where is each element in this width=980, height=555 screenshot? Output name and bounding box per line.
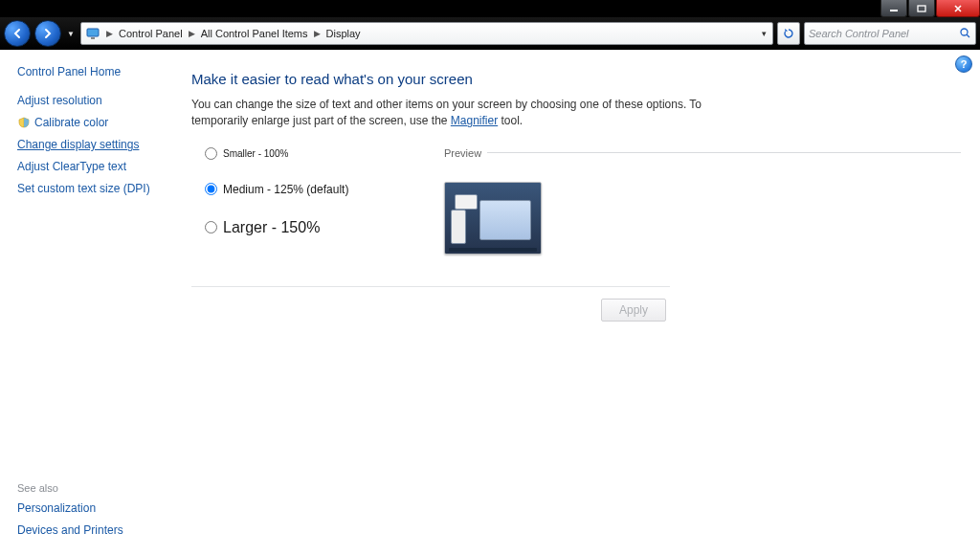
preview-thumbnail xyxy=(444,182,542,255)
sidebar-link-change-display-settings[interactable]: Change display settings xyxy=(17,138,168,151)
window-titlebar xyxy=(0,0,980,17)
radio-smaller-input[interactable] xyxy=(205,147,217,160)
breadcrumb-sep-icon: ▶ xyxy=(312,29,323,38)
see-also-header: See also xyxy=(17,482,168,494)
maximize-button[interactable] xyxy=(908,0,935,17)
search-placeholder: Search Control Panel xyxy=(809,28,909,39)
radio-larger-label: Larger - 150% xyxy=(223,219,320,236)
sidebar: Control Panel Home Adjust resolution Cal… xyxy=(0,50,178,555)
radio-medium-input[interactable] xyxy=(205,183,217,195)
breadcrumb-sep-icon: ▶ xyxy=(187,29,197,38)
refresh-button[interactable] xyxy=(777,22,800,45)
see-also-devices-printers[interactable]: Devices and Printers xyxy=(17,523,168,537)
breadcrumb-sep-icon: ▶ xyxy=(104,29,115,38)
svg-rect-0 xyxy=(890,10,898,11)
size-options: Smaller - 100% Medium - 125% (default) L… xyxy=(191,147,444,259)
svg-point-4 xyxy=(961,29,968,35)
shield-icon xyxy=(17,116,31,129)
breadcrumb-item[interactable]: All Control Panel Items xyxy=(197,23,312,44)
control-panel-home-link[interactable]: Control Panel Home xyxy=(17,65,168,78)
radio-larger-input[interactable] xyxy=(205,221,217,233)
navigation-bar: ▼ ▶ Control Panel ▶ All Control Panel It… xyxy=(0,17,980,50)
svg-rect-1 xyxy=(918,6,925,11)
monitor-icon xyxy=(85,26,100,41)
radio-medium-label: Medium - 125% (default) xyxy=(223,183,348,196)
page-description: You can change the size of text and othe… xyxy=(191,97,727,130)
content-area: ? Make it easier to read what's on your … xyxy=(178,50,980,555)
address-dropdown-icon[interactable]: ▾ xyxy=(755,24,772,43)
minimize-button[interactable] xyxy=(880,0,907,17)
forward-button[interactable] xyxy=(34,20,61,47)
magnifier-link[interactable]: Magnifier xyxy=(451,114,498,127)
radio-smaller-label: Smaller - 100% xyxy=(223,148,288,159)
sidebar-link-adjust-resolution[interactable]: Adjust resolution xyxy=(17,94,168,107)
page-heading: Make it easier to read what's on your sc… xyxy=(191,71,961,87)
history-dropdown[interactable]: ▼ xyxy=(65,23,77,44)
breadcrumb-item[interactable]: Display xyxy=(323,23,365,44)
divider xyxy=(191,286,670,287)
svg-line-5 xyxy=(967,34,969,37)
radio-medium[interactable]: Medium - 125% (default) xyxy=(205,183,444,196)
search-icon xyxy=(959,27,971,41)
preview-label: Preview xyxy=(444,147,961,159)
sidebar-link-set-custom-text-size[interactable]: Set custom text size (DPI) xyxy=(17,182,168,195)
close-button[interactable] xyxy=(936,0,980,17)
back-button[interactable] xyxy=(4,20,31,47)
apply-button[interactable]: Apply xyxy=(601,299,666,322)
svg-rect-2 xyxy=(87,29,99,36)
radio-smaller[interactable]: Smaller - 100% xyxy=(205,147,444,160)
search-input[interactable]: Search Control Panel xyxy=(804,22,976,45)
address-bar[interactable]: ▶ Control Panel ▶ All Control Panel Item… xyxy=(80,22,773,45)
breadcrumb-item[interactable]: Control Panel xyxy=(115,23,187,44)
svg-rect-3 xyxy=(91,37,95,39)
radio-larger[interactable]: Larger - 150% xyxy=(205,219,444,236)
sidebar-link-calibrate-color[interactable]: Calibrate color xyxy=(17,116,168,129)
help-icon[interactable]: ? xyxy=(955,56,972,73)
see-also-personalization[interactable]: Personalization xyxy=(17,501,168,515)
sidebar-link-adjust-cleartype[interactable]: Adjust ClearType text xyxy=(17,160,168,173)
